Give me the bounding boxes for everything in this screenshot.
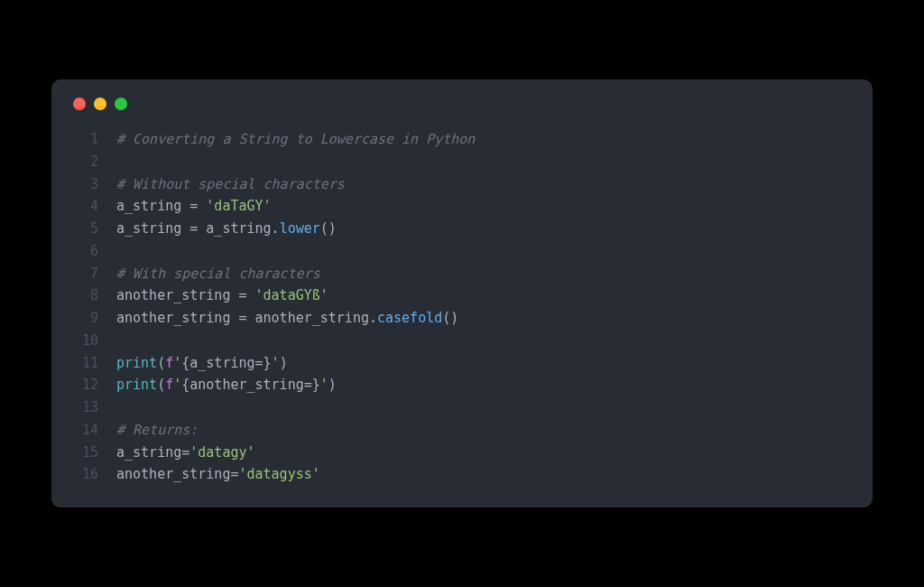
- code-line: 12print(f'{another_string=}'): [73, 374, 851, 396]
- line-number: 10: [73, 330, 98, 352]
- token-string: 'daTaGY': [206, 198, 271, 214]
- code-line: 11print(f'{a_string=}'): [73, 352, 851, 375]
- code-content: # Converting a String to Lowercase in Py…: [116, 128, 851, 151]
- token-plain: (: [157, 355, 165, 371]
- token-plain: another_string: [116, 310, 238, 326]
- token-comment: # With special characters: [116, 266, 320, 282]
- code-line: 3# Without special characters: [73, 173, 851, 196]
- token-plain: another_string.: [247, 310, 378, 326]
- code-content: print(f'{another_string=}'): [116, 374, 851, 396]
- token-op: =: [255, 355, 263, 371]
- token-string: 'dataGYß': [255, 287, 328, 303]
- code-line: 4a_string = 'daTaGY': [73, 195, 851, 218]
- line-number: 2: [73, 151, 98, 173]
- token-string: ': [173, 377, 181, 393]
- token-op: =: [238, 287, 246, 303]
- token-plain: (: [157, 377, 165, 393]
- token-comment: # Converting a String to Lowercase in Py…: [116, 131, 475, 147]
- window-controls: [73, 98, 851, 110]
- code-line: 8another_string = 'dataGYß': [73, 284, 851, 307]
- token-builtin: print: [116, 377, 157, 393]
- code-line: 10: [73, 330, 851, 352]
- code-content: another_string='datagyss': [116, 463, 851, 486]
- token-plain: ): [280, 355, 288, 371]
- token-kw: f: [165, 377, 173, 393]
- token-op: =: [189, 198, 198, 214]
- code-line: 1# Converting a String to Lowercase in P…: [73, 128, 851, 151]
- token-plain: a_string.: [198, 220, 279, 237]
- line-number: 3: [73, 173, 98, 196]
- token-op: =: [189, 220, 198, 237]
- line-number: 7: [73, 263, 98, 285]
- line-number: 15: [73, 442, 98, 464]
- close-icon[interactable]: [73, 98, 86, 110]
- token-comment: # Without special characters: [116, 176, 345, 192]
- minimize-icon[interactable]: [94, 98, 106, 110]
- code-content: another_string = 'dataGYß': [116, 284, 851, 307]
- token-plain: a_string: [116, 444, 181, 461]
- code-line: 14# Returns:: [73, 419, 851, 442]
- token-plain: {another_string: [181, 377, 303, 393]
- code-line: 5a_string = a_string.lower(): [73, 218, 851, 240]
- maximize-icon[interactable]: [115, 98, 127, 110]
- code-line: 9another_string = another_string.casefol…: [73, 307, 851, 330]
- line-number: 12: [73, 374, 98, 396]
- token-plain: another_string: [116, 287, 238, 303]
- token-kw: f: [165, 355, 173, 371]
- token-string: 'datagyss': [238, 466, 319, 482]
- code-line: 16another_string='datagyss': [73, 463, 851, 486]
- code-editor: 1# Converting a String to Lowercase in P…: [73, 128, 851, 486]
- token-op: =: [304, 377, 312, 393]
- token-comment: # Returns:: [116, 422, 198, 438]
- token-op: =: [238, 310, 246, 326]
- code-content: [116, 240, 851, 263]
- token-plain: another_string: [116, 466, 230, 482]
- code-content: a_string = 'daTaGY': [116, 195, 851, 218]
- token-plain: a_string: [116, 220, 189, 237]
- token-plain: }: [263, 355, 272, 371]
- token-call: casefold: [377, 310, 442, 326]
- code-content: # Without special characters: [116, 173, 851, 196]
- line-number: 6: [73, 240, 98, 263]
- code-content: a_string='datagy': [116, 442, 851, 464]
- code-line: 6: [73, 240, 851, 263]
- token-plain: [198, 198, 206, 214]
- code-line: 7# With special characters: [73, 263, 851, 285]
- token-string: 'datagy': [189, 444, 254, 461]
- token-plain: a_string: [116, 198, 189, 214]
- code-content: [116, 151, 851, 173]
- token-plain: }: [312, 377, 320, 393]
- code-content: a_string = a_string.lower(): [116, 218, 851, 240]
- token-string: ': [272, 355, 280, 371]
- token-builtin: print: [116, 355, 157, 371]
- line-number: 13: [73, 396, 98, 419]
- code-window: 1# Converting a String to Lowercase in P…: [51, 79, 873, 508]
- token-call: lower: [280, 220, 320, 237]
- token-plain: (): [320, 220, 337, 237]
- token-string: ': [320, 377, 328, 393]
- token-op: =: [181, 444, 189, 461]
- token-plain: {a_string: [181, 355, 254, 371]
- code-content: print(f'{a_string=}'): [116, 352, 851, 375]
- code-line: 13: [73, 396, 851, 419]
- line-number: 16: [73, 463, 98, 486]
- code-content: # Returns:: [116, 419, 851, 442]
- code-content: # With special characters: [116, 263, 851, 285]
- line-number: 4: [73, 195, 98, 218]
- line-number: 1: [73, 128, 98, 151]
- line-number: 5: [73, 218, 98, 240]
- token-plain: [247, 287, 255, 303]
- line-number: 14: [73, 419, 98, 442]
- line-number: 8: [73, 284, 98, 307]
- code-content: [116, 396, 851, 419]
- token-string: ': [173, 355, 181, 371]
- token-plain: ): [328, 377, 337, 393]
- code-content: another_string = another_string.casefold…: [116, 307, 851, 330]
- line-number: 9: [73, 307, 98, 330]
- code-line: 2: [73, 151, 851, 173]
- code-line: 15a_string='datagy': [73, 442, 851, 464]
- code-content: [116, 330, 851, 352]
- token-plain: (): [442, 310, 458, 326]
- line-number: 11: [73, 352, 98, 375]
